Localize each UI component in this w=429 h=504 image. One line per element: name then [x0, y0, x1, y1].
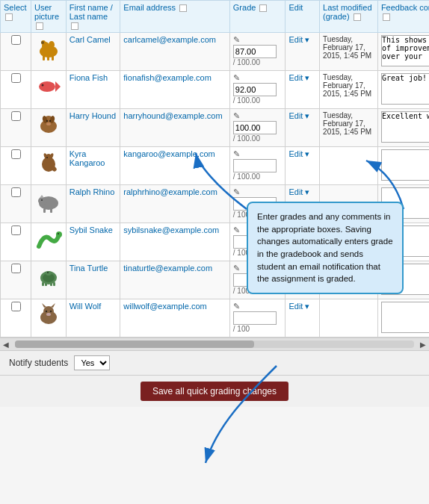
grade-max: / 100.00: [233, 96, 283, 105]
svg-rect-38: [53, 282, 55, 286]
col-header-grade: Grade: [229, 1, 286, 33]
feedback-input[interactable]: Excellent work!: [381, 111, 429, 143]
svg-rect-29: [43, 208, 46, 213]
edit-link[interactable]: Edit ▾: [288, 302, 309, 311]
student-email-link[interactable]: carlcamel@example.com: [123, 35, 216, 44]
grade-filter-icon[interactable]: [259, 4, 267, 12]
feedback-filter-icon[interactable]: [383, 13, 390, 21]
grade-pencil-button[interactable]: ✎: [233, 73, 240, 83]
email-cell: kangaroo@example.com: [120, 147, 229, 185]
row-select-checkbox[interactable]: [11, 187, 21, 197]
svg-point-8: [39, 81, 55, 92]
student-name-link[interactable]: Sybil Snake: [70, 225, 113, 234]
select-filter-icon[interactable]: [5, 13, 13, 21]
scroll-right-arrow[interactable]: ▶: [417, 340, 429, 349]
avatar: [35, 131, 62, 140]
feedback-input[interactable]: Great job!: [381, 73, 429, 105]
student-email-link[interactable]: fionafish@example.com: [123, 73, 212, 82]
name-cell: Carl Camel: [66, 33, 120, 71]
email-filter-icon[interactable]: [179, 4, 187, 12]
feedback-input[interactable]: [381, 302, 429, 333]
edit-link[interactable]: Edit ▾: [288, 149, 309, 158]
feedback-input[interactable]: [381, 149, 429, 181]
row-select-cell: [1, 71, 31, 109]
name-cell: Ralph Rhino: [66, 185, 120, 223]
student-name-link[interactable]: Carl Camel: [70, 35, 111, 44]
grade-input[interactable]: [233, 121, 277, 134]
student-name-link[interactable]: Tina Turtle: [70, 264, 108, 273]
row-select-checkbox[interactable]: [11, 111, 21, 121]
edit-link[interactable]: Edit ▾: [288, 35, 309, 44]
student-name-link[interactable]: Ralph Rhino: [70, 187, 115, 196]
grade-pencil-button[interactable]: ✎: [233, 264, 240, 273]
name-sort-link[interactable]: First name / Last name: [70, 3, 113, 21]
student-email-link[interactable]: sybilsnake@example.com: [123, 225, 219, 234]
svg-marker-43: [42, 303, 46, 308]
col-header-select: Select: [1, 1, 31, 33]
feedback-cell: [377, 299, 429, 337]
date-filter-icon[interactable]: [354, 13, 361, 21]
picture-filter-icon[interactable]: [36, 22, 43, 30]
grade-pencil-button[interactable]: ✎: [233, 111, 240, 121]
col-header-feedback: Feedback comments: [377, 1, 429, 33]
edit-cell: Edit ▾: [286, 147, 320, 185]
student-email-link[interactable]: willwolf@example.com: [123, 302, 206, 311]
student-name-link[interactable]: Kyra Kangaroo: [70, 149, 105, 167]
grade-pencil-button[interactable]: ✎: [233, 225, 240, 235]
student-email-link[interactable]: ralphrhino@example.com: [123, 187, 217, 196]
edit-link[interactable]: Edit ▾: [288, 111, 309, 120]
horizontal-scrollbar[interactable]: ◀ ▶: [0, 338, 429, 350]
grade-input[interactable]: [233, 159, 277, 172]
edit-link[interactable]: Edit ▾: [288, 187, 309, 196]
name-cell: Will Wolf: [66, 299, 120, 337]
row-select-checkbox[interactable]: [11, 264, 21, 273]
email-sort-link[interactable]: Email address: [123, 3, 178, 12]
grade-input[interactable]: [233, 45, 277, 58]
grade-input[interactable]: [233, 311, 277, 325]
student-email-link[interactable]: harryhound@example.com: [123, 111, 222, 120]
grade-pencil-button[interactable]: ✎: [233, 302, 240, 311]
svg-point-2: [49, 41, 55, 49]
row-select-checkbox[interactable]: [11, 73, 21, 83]
row-select-checkbox[interactable]: [11, 225, 21, 235]
table-row: Fiona Fishfionafish@example.com✎/ 100.00…: [1, 71, 430, 109]
grade-input[interactable]: [233, 83, 277, 96]
row-select-cell: [1, 109, 31, 147]
scrollbar-track[interactable]: [15, 340, 414, 348]
name-cell: Fiona Fish: [66, 71, 120, 109]
email-cell: fionafish@example.com: [120, 71, 229, 109]
edit-link[interactable]: Edit ▾: [288, 73, 309, 82]
svg-point-28: [41, 199, 43, 201]
row-select-cell: [1, 33, 31, 71]
email-cell: ralphrhino@example.com: [120, 185, 229, 223]
scroll-left-arrow[interactable]: ◀: [0, 340, 12, 349]
table-row: Carl Camelcarlcamel@example.com✎/ 100.00…: [1, 33, 430, 71]
email-cell: sybilsnake@example.com: [120, 223, 229, 261]
notify-students-select[interactable]: Yes No: [74, 355, 110, 370]
student-name-link[interactable]: Fiona Fish: [70, 73, 108, 82]
student-name-link[interactable]: Will Wolf: [70, 302, 102, 311]
feedback-input[interactable]: This shows a lot of improvement over you…: [381, 35, 429, 66]
row-select-checkbox[interactable]: [11, 149, 21, 159]
row-select-checkbox[interactable]: [11, 35, 21, 45]
date-sort-link[interactable]: Last modified (grade): [323, 3, 371, 21]
row-select-checkbox[interactable]: [11, 302, 21, 311]
grade-pencil-button[interactable]: ✎: [233, 35, 240, 45]
row-select-cell: [1, 223, 31, 261]
scrollbar-thumb[interactable]: [15, 340, 254, 348]
grade-pencil-button[interactable]: ✎: [233, 187, 240, 197]
student-email-link[interactable]: tinaturtle@example.com: [123, 264, 212, 273]
student-name-link[interactable]: Harry Hound: [70, 111, 116, 120]
save-all-button[interactable]: Save all quick grading changes: [141, 382, 288, 401]
last-modified-text: Tuesday, February 17, 2015, 1:45 PM: [323, 73, 371, 98]
student-email-link[interactable]: kangaroo@example.com: [123, 149, 214, 158]
grade-pencil-button[interactable]: ✎: [233, 149, 240, 159]
svg-point-36: [47, 272, 49, 273]
svg-point-32: [58, 233, 59, 234]
name-filter-icon[interactable]: [71, 22, 78, 30]
row-select-cell: [1, 261, 31, 299]
svg-point-23: [46, 157, 48, 158]
col-header-email: Email address: [120, 1, 229, 33]
name-cell: Kyra Kangaroo: [66, 147, 120, 185]
avatar-cell: [31, 33, 67, 71]
